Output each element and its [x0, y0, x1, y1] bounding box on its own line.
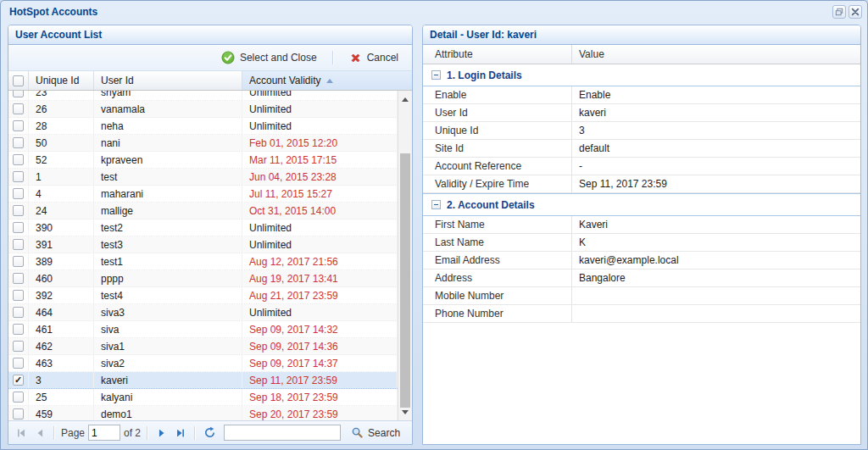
table-row[interactable]: 389test1Aug 12, 2017 21:56 [8, 253, 398, 270]
table-row[interactable]: 392test4Aug 21, 2017 23:59 [8, 287, 398, 304]
table-row[interactable]: 25kalyaniSep 18, 2017 23:59 [8, 389, 398, 406]
cell-account-validity: Unlimited [242, 118, 398, 134]
row-checkbox[interactable] [13, 91, 24, 97]
table-row[interactable]: 464siva3Unlimited [8, 304, 398, 321]
table-row[interactable]: 23shyamUnlimited [8, 91, 398, 101]
row-checkbox[interactable] [13, 341, 24, 352]
row-checkbox[interactable] [13, 239, 24, 250]
detail-value: - [572, 158, 860, 175]
hotspot-accounts-window: HotSpot Accounts User Account List [0, 0, 868, 450]
column-header-user-id[interactable]: User Id [94, 71, 242, 90]
detail-row: EnableEnable [423, 86, 860, 104]
column-header-unique-id[interactable]: Unique Id [29, 71, 94, 90]
search-button[interactable]: Search [346, 425, 405, 441]
first-page-button[interactable] [14, 425, 29, 441]
select-and-close-label: Select and Close [240, 52, 317, 64]
row-checkbox[interactable] [13, 307, 24, 318]
row-checkbox[interactable] [13, 273, 24, 284]
last-page-icon [175, 427, 186, 439]
cell-account-validity: Unlimited [242, 91, 398, 100]
row-checkbox-cell: ✓ [8, 372, 29, 388]
row-checkbox[interactable] [13, 256, 24, 267]
table-row[interactable]: 462siva1Sep 09, 2017 14:36 [8, 338, 398, 355]
table-row[interactable]: 52kpraveenMar 11, 2015 17:15 [8, 152, 398, 169]
restore-button[interactable] [832, 5, 846, 19]
row-checkbox[interactable] [13, 120, 24, 131]
cell-user-id: test3 [94, 236, 242, 253]
cell-unique-id: 50 [29, 135, 94, 151]
prev-page-button[interactable] [32, 425, 47, 441]
red-x-icon [349, 52, 362, 64]
detail-value [572, 305, 860, 322]
detail-value: K [572, 234, 860, 251]
detail-panel-header: Detail - User Id: kaveri [423, 25, 860, 45]
detail-column-headers: Attribute Value [423, 45, 860, 64]
collapse-minus-icon[interactable] [431, 200, 441, 209]
row-checkbox[interactable] [13, 205, 24, 216]
select-and-close-button[interactable]: Select and Close [213, 48, 326, 67]
refresh-button[interactable] [202, 425, 217, 441]
next-page-button[interactable] [154, 425, 170, 441]
search-input[interactable] [224, 425, 341, 441]
table-row[interactable]: 463siva2Sep 09, 2017 14:37 [8, 355, 398, 372]
prev-page-icon [34, 427, 46, 439]
table-row[interactable]: 50naniFeb 01, 2015 12:20 [8, 135, 398, 152]
row-checkbox[interactable] [13, 137, 24, 148]
row-checkbox[interactable] [13, 290, 24, 301]
row-checkbox[interactable] [13, 171, 24, 182]
last-page-button[interactable] [173, 425, 188, 441]
scrollbar-thumb[interactable] [400, 153, 410, 408]
detail-row: Validity / Expire TimeSep 11, 2017 23:59 [423, 175, 860, 193]
group-header[interactable]: 1. Login Details [423, 64, 860, 86]
scroll-up-icon[interactable] [398, 92, 412, 106]
cell-unique-id: 390 [29, 219, 94, 236]
cancel-button[interactable]: Cancel [341, 49, 407, 67]
table-row[interactable]: 1testJun 04, 2015 23:28 [8, 169, 398, 186]
row-checkbox[interactable] [13, 188, 24, 199]
cell-user-id: siva2 [94, 355, 242, 371]
table-row[interactable]: ✓3kaveriSep 11, 2017 23:59 [8, 372, 398, 389]
row-checkbox[interactable] [13, 392, 24, 403]
group-header[interactable]: 2. Account Details [423, 193, 860, 216]
next-page-icon [156, 427, 168, 439]
column-header-account-validity[interactable]: Account Validity [242, 71, 412, 90]
table-row[interactable]: 390test2Unlimited [8, 219, 398, 236]
collapse-minus-icon[interactable] [431, 70, 441, 80]
column-header-value[interactable]: Value [572, 45, 860, 64]
table-row[interactable]: 391test3Unlimited [8, 236, 398, 253]
table-row[interactable]: 460ppppAug 19, 2017 13:41 [8, 270, 398, 287]
vertical-scrollbar[interactable] [398, 91, 412, 420]
group-label: 1. Login Details [447, 69, 522, 81]
close-button[interactable] [849, 5, 862, 19]
grid-toolbar: Select and Close Cancel [8, 45, 412, 71]
cell-user-id: maharani [94, 186, 242, 202]
row-checkbox[interactable] [13, 222, 24, 233]
pager-separator [53, 426, 55, 440]
table-row[interactable]: 461sivaSep 09, 2017 14:32 [8, 321, 398, 338]
detail-attribute: Last Name [423, 234, 572, 251]
restore-icon [835, 8, 843, 16]
row-checkbox[interactable] [13, 358, 24, 369]
row-checkbox[interactable] [13, 154, 24, 165]
cell-user-id: neha [94, 118, 242, 134]
select-all-checkbox[interactable] [13, 75, 24, 86]
table-row[interactable]: 28nehaUnlimited [8, 118, 398, 135]
row-checkbox-cell [8, 304, 29, 320]
detail-attribute: Address [423, 269, 572, 286]
table-row[interactable]: 4maharaniJul 11, 2015 15:27 [8, 186, 398, 203]
row-checkbox[interactable]: ✓ [13, 375, 24, 386]
row-checkbox[interactable] [13, 103, 24, 114]
cell-account-validity: Aug 19, 2017 13:41 [242, 270, 398, 286]
table-row[interactable]: 26vanamalaUnlimited [8, 101, 398, 118]
table-row[interactable]: 24malligeOct 31, 2015 14:00 [8, 203, 398, 219]
row-checkbox[interactable] [13, 324, 24, 335]
row-checkbox[interactable] [13, 408, 24, 419]
scroll-down-icon[interactable] [398, 405, 412, 419]
cell-user-id: siva3 [94, 304, 242, 320]
page-number-input[interactable] [88, 425, 120, 441]
table-row[interactable]: 459demo1Sep 20, 2017 23:59 [8, 406, 398, 420]
window-body: User Account List Select and Close [1, 23, 867, 450]
cell-user-id: pppp [94, 270, 242, 286]
cell-user-id: test1 [94, 253, 242, 269]
column-header-attribute[interactable]: Attribute [423, 45, 572, 64]
